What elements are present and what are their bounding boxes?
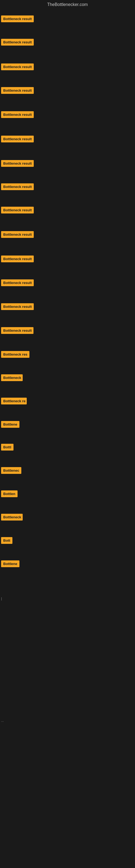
bottleneck-badge-18[interactable]: Bottlene (1, 421, 19, 428)
bottleneck-badge-17[interactable]: Bottleneck re (1, 398, 27, 404)
bottleneck-item-14: Bottleneck result (1, 327, 34, 335)
bottleneck-badge-20[interactable]: Bottlenec (1, 467, 21, 474)
bottleneck-item-15: Bottleneck res (1, 351, 30, 359)
bottleneck-badge-3[interactable]: Bottleneck result (1, 63, 34, 70)
bottleneck-item-16: Bottleneck (1, 374, 23, 382)
bottleneck-badge-14[interactable]: Bottleneck result (1, 327, 34, 334)
bottleneck-badge-21[interactable]: Bottlen (1, 490, 17, 497)
bottleneck-item-19: Bottl (1, 444, 13, 452)
bottleneck-badge-2[interactable]: Bottleneck result (1, 39, 34, 45)
bottleneck-item-8: Bottleneck result (1, 183, 34, 191)
bottleneck-badge-9[interactable]: Bottleneck result (1, 207, 34, 214)
site-title: TheBottlenecker.com (0, 0, 135, 10)
bottleneck-badge-23[interactable]: Bott (1, 537, 12, 544)
bottleneck-item-1: Bottleneck result (1, 16, 34, 23)
bottleneck-item-23: Bott (1, 537, 12, 545)
bottleneck-badge-16[interactable]: Bottleneck (1, 374, 23, 381)
bottleneck-item-13: Bottleneck result (1, 303, 34, 311)
bottleneck-badge-22[interactable]: Bottleneck (1, 514, 23, 521)
bottleneck-badge-11[interactable]: Bottleneck result (1, 255, 34, 262)
bottleneck-badge-24[interactable]: Bottlene (1, 560, 19, 567)
bottleneck-item-24: Bottlene (1, 560, 19, 568)
bottleneck-item-11: Bottleneck result (1, 255, 34, 264)
bottleneck-item-4: Bottleneck result (1, 87, 34, 95)
bottleneck-item-6: Bottleneck result (1, 135, 34, 144)
bottleneck-badge-4[interactable]: Bottleneck result (1, 87, 34, 94)
bottleneck-item-3: Bottleneck result (1, 63, 34, 71)
bottleneck-badge-5[interactable]: Bottleneck result (1, 111, 34, 118)
bottleneck-item-10: Bottleneck result (1, 231, 34, 239)
marker-1: | (1, 597, 2, 600)
bottleneck-badge-1[interactable]: Bottleneck result (1, 16, 34, 22)
bottleneck-badge-19[interactable]: Bottl (1, 444, 13, 451)
bottleneck-badge-12[interactable]: Bottleneck result (1, 279, 34, 286)
bottleneck-badge-10[interactable]: Bottleneck result (1, 231, 34, 238)
bottleneck-item-7: Bottleneck result (1, 160, 34, 168)
bottleneck-badge-13[interactable]: Bottleneck result (1, 303, 34, 310)
page-wrapper: TheBottlenecker.com Bottleneck resultBot… (0, 0, 135, 868)
bottleneck-item-5: Bottleneck result (1, 111, 34, 119)
bottleneck-item-12: Bottleneck result (1, 279, 34, 287)
bottleneck-item-2: Bottleneck result (1, 39, 34, 46)
bottleneck-badge-7[interactable]: Bottleneck result (1, 160, 34, 167)
bottleneck-item-17: Bottleneck re (1, 398, 27, 405)
bottleneck-badge-6[interactable]: Bottleneck result (1, 135, 34, 143)
bottleneck-item-20: Bottlenec (1, 467, 21, 475)
bottleneck-item-21: Bottlen (1, 490, 17, 498)
bottleneck-item-9: Bottleneck result (1, 207, 34, 215)
bottleneck-badge-15[interactable]: Bottleneck res (1, 351, 30, 358)
bottleneck-badge-8[interactable]: Bottleneck result (1, 183, 34, 190)
bottleneck-item-18: Bottlene (1, 421, 19, 429)
marker-2: ... (1, 719, 4, 723)
bottleneck-item-22: Bottleneck (1, 514, 23, 522)
